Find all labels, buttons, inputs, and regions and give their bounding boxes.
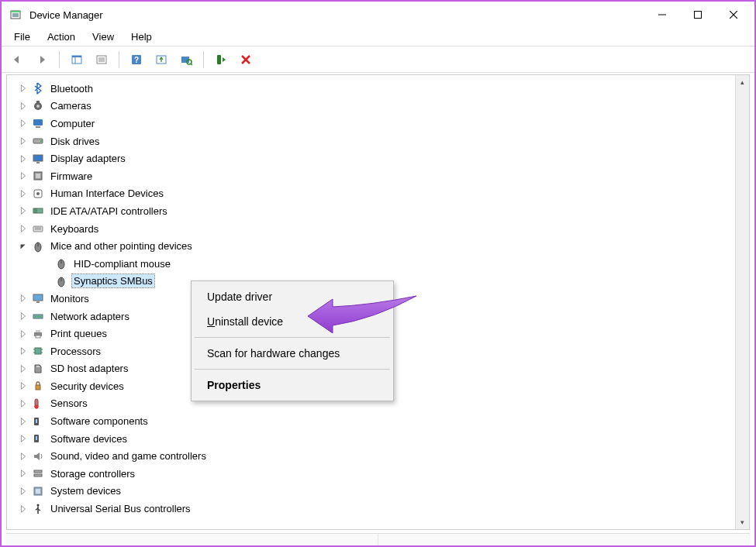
tree-item-label: Sound, video and game controllers [49,449,208,463]
scroll-up-arrow[interactable]: ▴ [736,75,749,89]
menu-action[interactable]: Action [40,29,83,44]
tree-item[interactable]: Cameras [18,98,732,115]
bluetooth-icon [32,82,44,95]
update-driver-button[interactable] [150,50,172,70]
minimize-button[interactable] [644,3,680,26]
chevron-right-icon[interactable] [18,83,29,94]
tree-item[interactable]: Human Interface Devices [18,185,732,203]
tree-item[interactable]: HID-compliant mouse [18,255,732,273]
svg-rect-62 [36,366,40,367]
svg-rect-63 [36,385,40,390]
chevron-right-icon[interactable] [18,380,29,391]
svg-rect-71 [34,474,42,476]
chevron-right-icon[interactable] [18,205,29,216]
chevron-right-icon[interactable] [18,363,29,374]
chevron-right-icon[interactable] [18,101,29,112]
menu-file[interactable]: File [6,29,38,44]
scroll-down-arrow[interactable]: ▾ [736,515,749,529]
monitor-icon [32,292,44,304]
tree-item[interactable]: Disk drives [18,132,732,150]
sensor-icon [32,397,44,410]
close-button[interactable] [716,3,751,26]
uninstall-device-button[interactable] [235,50,257,70]
show-hide-console-tree-button[interactable] [66,50,88,70]
tree-item[interactable]: Storage controllers [18,465,732,483]
chevron-right-icon[interactable] [18,293,29,304]
tree-item-label: IDE ATA/ATAPI controllers [49,205,169,218]
properties-button[interactable] [91,50,112,70]
ctx-uninstall-device[interactable]: Uninstall device [195,309,390,334]
svg-line-19 [191,64,192,65]
scan-hardware-button[interactable] [175,50,197,70]
chevron-right-icon[interactable] [18,398,29,409]
tree-item-label: Synaptics SMBus [72,274,154,287]
svg-rect-9 [72,56,81,57]
ctx-update-driver[interactable]: Update driver [195,284,390,309]
vertical-scrollbar[interactable]: ▴ ▾ [735,75,749,529]
storage-icon [32,467,44,480]
ctx-properties[interactable]: Properties [195,373,390,397]
svg-rect-25 [36,101,40,103]
tree-item[interactable]: Universal Serial Bus controllers [18,500,732,518]
tree-item-label: Sensors [49,397,89,410]
sound-icon [32,450,44,463]
enable-device-button[interactable] [210,50,232,70]
svg-rect-55 [36,330,40,332]
tree-item[interactable]: Display adapters [18,150,732,167]
chevron-right-icon[interactable] [18,468,29,479]
chevron-right-icon[interactable] [18,223,29,234]
sd-icon [32,363,44,375]
tree-item-label: Computer [49,117,96,130]
forward-button[interactable] [31,50,53,70]
chevron-right-icon[interactable] [18,153,29,164]
tree-item-label: Network adapters [49,310,131,323]
chevron-right-icon[interactable] [18,311,29,322]
chevron-right-icon[interactable] [18,451,29,462]
tree-item[interactable]: Bluetooth [18,80,732,98]
tree-item[interactable]: IDE ATA/ATAPI controllers [18,202,732,220]
chevron-right-icon[interactable] [18,346,29,356]
chevron-down-icon[interactable] [18,241,29,252]
chevron-right-icon[interactable] [18,433,29,444]
chevron-right-icon[interactable] [18,486,29,497]
security-icon [32,380,44,392]
tree-item-label: Cameras [49,99,93,112]
maximize-button[interactable] [680,3,716,26]
svg-rect-30 [33,155,43,161]
chevron-right-icon[interactable] [18,329,29,339]
tree-item[interactable]: Mice and other pointing devices [18,237,732,255]
svg-rect-48 [33,294,43,301]
chevron-right-icon[interactable] [18,416,29,427]
keyboard-icon [32,222,44,235]
menu-view[interactable]: View [85,29,122,44]
tree-item-label: Processors [49,345,102,358]
svg-point-35 [36,192,40,195]
tree-item[interactable]: System devices [18,483,732,501]
chevron-right-icon[interactable] [18,188,29,199]
tree-item-label: Disk drives [49,135,102,148]
tree-item[interactable]: Firmware [18,167,732,185]
status-bar [6,533,750,547]
ctx-scan-hardware[interactable]: Scan for hardware changes [195,341,390,366]
firmware-icon [32,170,44,182]
tree-item[interactable]: Sound, video and game controllers [18,447,732,465]
toolbar: ? [2,46,754,73]
chevron-right-icon[interactable] [18,504,29,514]
tree-item-label: Firmware [49,170,94,183]
svg-rect-20 [217,55,221,64]
chevron-right-icon[interactable] [18,136,29,146]
tree-item[interactable]: Software devices [18,430,732,448]
toolbar-separator [119,51,119,68]
help-button[interactable]: ? [126,50,147,70]
tree-item[interactable]: Keyboards [18,220,732,238]
ide-icon [32,205,44,217]
svg-point-65 [35,404,39,408]
chevron-right-icon[interactable] [18,118,29,129]
tree-item[interactable]: Computer [18,115,732,132]
tree-item[interactable]: Software components [18,412,732,430]
blank-expander [41,276,52,287]
menu-help[interactable]: Help [123,29,160,44]
toolbar-separator [59,51,60,68]
back-button[interactable] [6,50,28,70]
chevron-right-icon[interactable] [18,170,29,181]
